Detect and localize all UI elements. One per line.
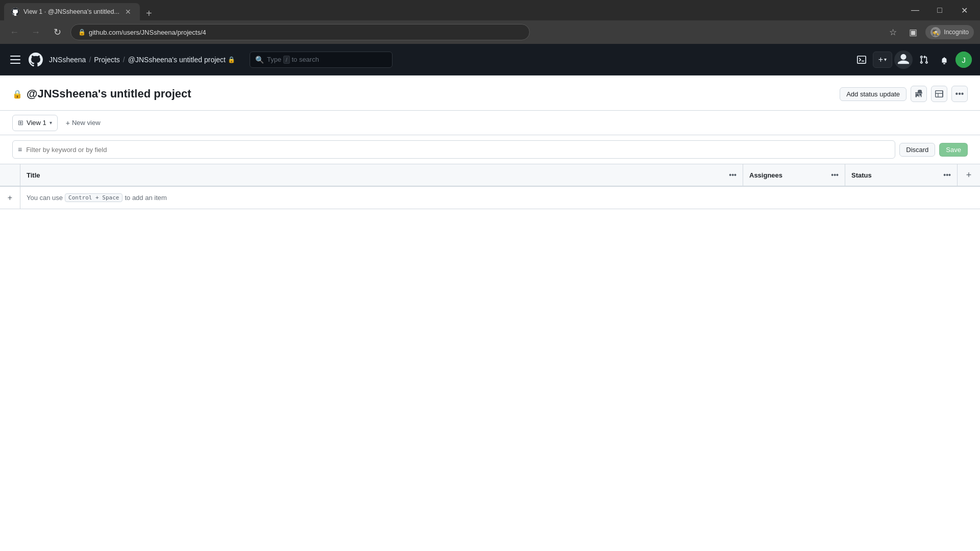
filter-bar: ≡ Discard Save	[0, 135, 980, 164]
breadcrumb-current-text: @JNSsheena's untitled project	[128, 56, 226, 64]
menu-button[interactable]	[8, 54, 22, 66]
layout-button[interactable]	[931, 86, 947, 102]
svg-rect-1	[10, 59, 20, 60]
search-box[interactable]: 🔍 Type / to search	[250, 52, 393, 68]
project-title: @JNSsheena's untitled project	[27, 87, 191, 101]
svg-text:J: J	[962, 55, 966, 64]
discard-button[interactable]: Discard	[899, 143, 935, 157]
title-column-label: Title	[27, 171, 40, 179]
breadcrumb-sep-2: /	[123, 56, 125, 64]
new-view-button[interactable]: + New view	[62, 117, 105, 129]
notifications-button[interactable]	[935, 51, 953, 69]
plus-chevron: ▾	[884, 57, 887, 62]
new-tab-button[interactable]: +	[142, 6, 156, 20]
incognito-label: Incognito	[944, 29, 969, 36]
terminal-button[interactable]	[852, 51, 871, 69]
assignees-column-menu[interactable]: •••	[831, 171, 839, 179]
status-column-menu[interactable]: •••	[943, 171, 951, 179]
github-logo[interactable]	[29, 53, 43, 67]
forward-button[interactable]: →	[28, 24, 44, 40]
add-item-icon: +	[8, 193, 12, 203]
filter-actions: Discard Save	[899, 143, 968, 157]
empty-row: + You can use Control + Space to add an …	[0, 187, 980, 209]
user-profile-button[interactable]	[894, 51, 913, 69]
project-table: Title ••• Assignees ••• Status ••• + +	[0, 164, 980, 551]
row-add-column	[0, 164, 20, 186]
breadcrumb-current: @JNSsheena's untitled project 🔒	[128, 56, 235, 64]
assignees-column-header: Assignees •••	[743, 164, 845, 186]
assignees-column-label: Assignees	[749, 171, 782, 179]
breadcrumb-projects-link[interactable]: Projects	[94, 56, 120, 64]
table-view-icon: ⊞	[18, 119, 23, 127]
title-column-header: Title •••	[20, 164, 743, 186]
close-button[interactable]: ✕	[952, 2, 976, 18]
insights-button[interactable]	[911, 86, 927, 102]
address-bar[interactable]: 🔒 github.com/users/JNSsheena/projects/4	[70, 24, 530, 40]
project-header-actions: Add status update •••	[840, 86, 968, 102]
breadcrumb-sep-1: /	[89, 56, 91, 64]
project-title-area: 🔒 @JNSsheena's untitled project	[12, 87, 191, 101]
hint-text-suffix: to add an item	[125, 194, 166, 202]
maximize-button[interactable]: □	[928, 2, 951, 18]
svg-rect-0	[10, 56, 20, 57]
project-content: 🔒 @JNSsheena's untitled project Add stat…	[0, 76, 980, 551]
tab-favicon	[11, 8, 19, 16]
new-view-plus-icon: +	[66, 119, 70, 127]
new-view-label: New view	[72, 119, 101, 127]
ssl-lock-icon: 🔒	[78, 29, 86, 36]
add-item-hint: You can use Control + Space to add an it…	[20, 193, 173, 202]
add-status-update-button[interactable]: Add status update	[840, 87, 906, 101]
pull-requests-button[interactable]	[915, 51, 933, 69]
avatar[interactable]: J	[955, 52, 972, 68]
hint-text-prefix: You can use	[27, 194, 63, 202]
active-tab[interactable]: View 1 · @JNSsheena's untitled... ✕	[4, 3, 140, 20]
status-column-header: Status •••	[845, 164, 958, 186]
plus-icon: +	[878, 55, 883, 64]
search-placeholder: Type / to search	[267, 56, 387, 63]
svg-rect-2	[10, 63, 20, 64]
view-tabs: ⊞ View 1 ▾ + New view	[0, 111, 980, 135]
tab-title: View 1 · @JNSsheena's untitled...	[23, 8, 119, 15]
tab-bar: View 1 · @JNSsheena's untitled... ✕ +	[0, 0, 156, 20]
title-column-menu[interactable]: •••	[729, 171, 737, 179]
status-column-label: Status	[851, 171, 872, 179]
project-header: 🔒 @JNSsheena's untitled project Add stat…	[0, 76, 980, 111]
filter-input-wrapper[interactable]: ≡	[12, 140, 895, 159]
browser-chrome: View 1 · @JNSsheena's untitled... ✕ + — …	[0, 0, 980, 44]
project-title-lock-icon: 🔒	[12, 89, 22, 99]
refresh-button[interactable]: ↻	[49, 24, 65, 40]
project-lock-icon: 🔒	[228, 56, 235, 63]
filter-icon: ≡	[18, 145, 22, 154]
add-item-button[interactable]: +	[0, 187, 20, 209]
create-new-button[interactable]: + ▾	[873, 52, 892, 68]
save-button[interactable]: Save	[939, 143, 968, 157]
url-text: github.com/users/JNSsheena/projects/4	[89, 29, 206, 36]
split-screen-button[interactable]: ▣	[905, 24, 921, 40]
breadcrumb-user-link[interactable]: JNSsheena	[49, 56, 86, 64]
more-options-button[interactable]: •••	[951, 86, 968, 102]
table-header: Title ••• Assignees ••• Status ••• +	[0, 164, 980, 187]
view-tab-1-arrow[interactable]: ▾	[50, 120, 52, 126]
bookmark-button[interactable]: ☆	[885, 24, 901, 40]
toolbar-actions: ☆ ▣ 🕵 Incognito	[885, 24, 974, 40]
filter-input[interactable]	[26, 146, 890, 154]
view-tab-1-label: View 1	[27, 119, 46, 127]
breadcrumb: JNSsheena / Projects / @JNSsheena's unti…	[49, 56, 235, 64]
minimize-button[interactable]: —	[903, 2, 927, 18]
github-app: JNSsheena / Projects / @JNSsheena's unti…	[0, 44, 980, 551]
browser-toolbar: ← → ↻ 🔒 github.com/users/JNSsheena/proje…	[0, 20, 980, 44]
github-header: JNSsheena / Projects / @JNSsheena's unti…	[0, 44, 980, 76]
search-icon: 🔍	[255, 56, 264, 64]
add-column-button[interactable]: +	[958, 164, 980, 186]
shortcut-badge: Control + Space	[65, 193, 122, 202]
header-actions: + ▾ J	[852, 51, 972, 69]
incognito-badge[interactable]: 🕵 Incognito	[925, 25, 974, 39]
tab-close-button[interactable]: ✕	[124, 7, 133, 16]
window-controls: — □ ✕	[903, 2, 980, 20]
incognito-icon: 🕵	[930, 27, 941, 37]
view-tab-1[interactable]: ⊞ View 1 ▾	[12, 115, 58, 131]
back-button[interactable]: ←	[6, 24, 22, 40]
github-search[interactable]: 🔍 Type / to search	[250, 52, 393, 68]
